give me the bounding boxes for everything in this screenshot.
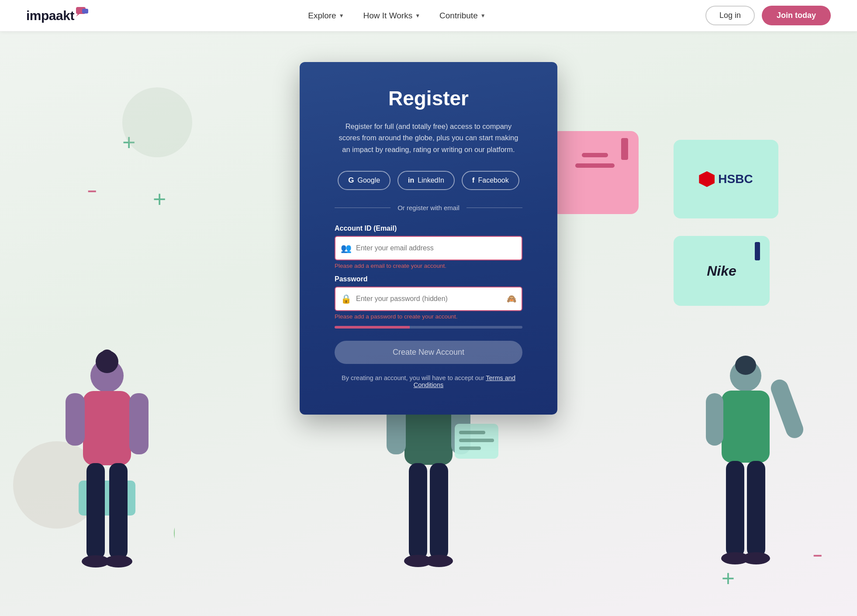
email-input[interactable]: [356, 244, 516, 252]
password-input-wrapper: 🔒 🙈: [335, 287, 522, 311]
register-description: Register for full (and totally free) acc…: [335, 121, 522, 155]
navbar: impaakt Explore ▼ How It Works ▼ Contrib…: [0, 0, 857, 31]
logo[interactable]: impaakt: [26, 8, 88, 23]
google-icon: G: [348, 176, 354, 185]
create-account-button[interactable]: Create New Account: [335, 341, 522, 364]
register-card: Register Register for full (and totally …: [300, 62, 557, 415]
logo-chat-icon: [76, 7, 88, 17]
nav-explore[interactable]: Explore ▼: [300, 7, 352, 24]
main-content: Register Register for full (and totally …: [0, 31, 857, 415]
divider-label: Or register with email: [397, 204, 460, 211]
logo-text: impaakt: [26, 8, 74, 23]
password-label: Password: [335, 275, 522, 283]
facebook-signin-button[interactable]: f Facebook: [462, 171, 519, 190]
linkedin-signin-button[interactable]: in LinkedIn: [397, 171, 455, 190]
password-visibility-toggle[interactable]: 🙈: [507, 294, 516, 304]
explore-chevron-icon: ▼: [339, 13, 344, 19]
svg-rect-36: [747, 461, 765, 557]
login-button[interactable]: Log in: [705, 6, 755, 25]
email-divider: Or register with email: [335, 204, 522, 211]
how-it-works-chevron-icon: ▼: [415, 13, 420, 19]
nav-contribute[interactable]: Contribute ▼: [432, 7, 494, 24]
join-button[interactable]: Join today: [762, 6, 831, 25]
svg-rect-11: [109, 463, 128, 559]
nav-center: Explore ▼ How It Works ▼ Contribute ▼: [300, 7, 493, 24]
svg-rect-35: [726, 461, 744, 557]
svg-point-38: [742, 552, 770, 564]
email-error-message: Please add a email to create your accoun…: [335, 263, 522, 269]
svg-rect-28: [459, 439, 494, 442]
password-input[interactable]: [356, 295, 507, 303]
divider-line-right: [467, 208, 522, 208]
password-lock-icon: 🔒: [341, 294, 352, 304]
social-buttons: G Google in LinkedIn f Facebook: [335, 171, 522, 190]
svg-rect-27: [459, 431, 485, 434]
deco-minus-2: −: [813, 548, 822, 564]
svg-rect-29: [459, 446, 481, 450]
linkedin-icon: in: [408, 176, 414, 184]
svg-rect-10: [86, 463, 105, 559]
svg-point-25: [425, 555, 453, 567]
terms-text: By creating an account, you will have to…: [335, 374, 522, 388]
password-error-message: Please add a password to create your acc…: [335, 313, 522, 320]
nav-how-it-works[interactable]: How It Works ▼: [356, 7, 428, 24]
nav-right: Log in Join today: [705, 6, 831, 25]
email-user-icon: 👥: [341, 243, 352, 253]
svg-point-13: [104, 555, 132, 568]
email-label: Account ID (Email): [335, 225, 522, 232]
google-signin-button[interactable]: G Google: [338, 171, 390, 190]
register-title: Register: [335, 87, 522, 110]
divider-line-left: [335, 208, 390, 208]
svg-rect-2: [82, 9, 88, 14]
email-field-group: Account ID (Email) 👥 Please add a email …: [335, 225, 522, 269]
password-field-group: Password 🔒 🙈 Please add a password to cr…: [335, 275, 522, 320]
svg-marker-1: [76, 14, 79, 17]
email-input-wrapper: 👥: [335, 236, 522, 260]
contribute-chevron-icon: ▼: [480, 13, 486, 19]
svg-point-16: [174, 520, 175, 546]
svg-rect-22: [409, 463, 427, 559]
password-strength-bar: [335, 326, 522, 329]
svg-rect-23: [430, 463, 448, 559]
facebook-icon: f: [472, 176, 475, 185]
